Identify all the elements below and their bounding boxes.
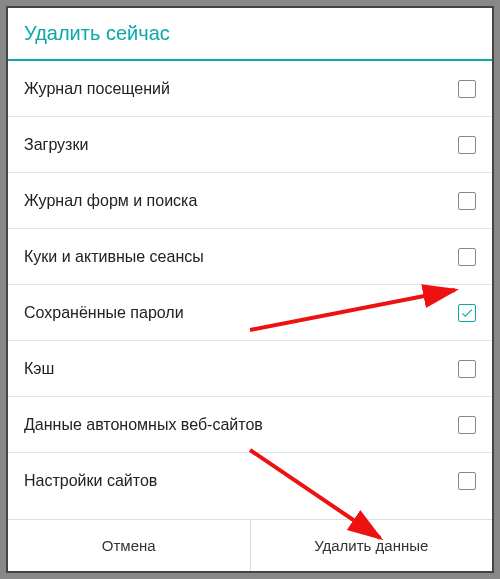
checkbox-site-settings[interactable] xyxy=(458,472,476,490)
row-label: Кэш xyxy=(24,360,54,378)
row-browsing-history[interactable]: Журнал посещений xyxy=(8,61,492,117)
row-label: Журнал форм и поиска xyxy=(24,192,197,210)
row-site-settings[interactable]: Настройки сайтов xyxy=(8,453,492,509)
row-offline-data[interactable]: Данные автономных веб-сайтов xyxy=(8,397,492,453)
checkbox-offline-data[interactable] xyxy=(458,416,476,434)
dialog-footer: Отмена Удалить данные xyxy=(8,519,492,571)
checkbox-form-search-history[interactable] xyxy=(458,192,476,210)
checkbox-cookies[interactable] xyxy=(458,248,476,266)
row-cache[interactable]: Кэш xyxy=(8,341,492,397)
cancel-button[interactable]: Отмена xyxy=(8,520,250,571)
check-icon xyxy=(460,306,474,320)
checkbox-cache[interactable] xyxy=(458,360,476,378)
checkbox-downloads[interactable] xyxy=(458,136,476,154)
options-list: Журнал посещений Загрузки Журнал форм и … xyxy=(8,61,492,519)
checkbox-saved-passwords[interactable] xyxy=(458,304,476,322)
row-label: Загрузки xyxy=(24,136,88,154)
confirm-button[interactable]: Удалить данные xyxy=(250,520,493,571)
row-label: Данные автономных веб-сайтов xyxy=(24,416,263,434)
clear-data-dialog: Удалить сейчас Журнал посещений Загрузки… xyxy=(6,6,494,573)
row-label: Куки и активные сеансы xyxy=(24,248,204,266)
dialog-title: Удалить сейчас xyxy=(8,8,492,59)
row-form-search-history[interactable]: Журнал форм и поиска xyxy=(8,173,492,229)
row-label: Журнал посещений xyxy=(24,80,170,98)
row-label: Настройки сайтов xyxy=(24,472,157,490)
row-label: Сохранённые пароли xyxy=(24,304,184,322)
row-cookies[interactable]: Куки и активные сеансы xyxy=(8,229,492,285)
row-saved-passwords[interactable]: Сохранённые пароли xyxy=(8,285,492,341)
row-downloads[interactable]: Загрузки xyxy=(8,117,492,173)
checkbox-browsing-history[interactable] xyxy=(458,80,476,98)
